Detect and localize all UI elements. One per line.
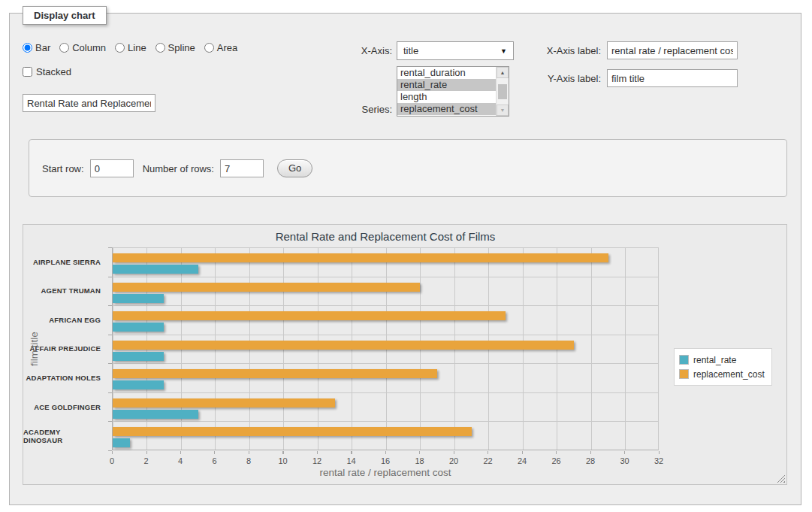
chart-title: Rental Rate and Replacement Cost of Film… [112,230,659,243]
series-listbox[interactable]: rental_durationrental_ratelengthreplacem… [397,66,509,117]
radio-line[interactable] [115,43,125,53]
radio-label-column: Column [72,42,106,53]
bar-rental_rate-0[interactable] [113,265,198,274]
num-rows-label: Number of rows: [143,163,214,174]
series-label: Series: [315,104,392,115]
radio-area[interactable] [204,43,214,53]
stacked-checkbox[interactable] [23,67,32,77]
start-row-label: Start row: [42,163,84,174]
radio-label-spline: Spline [168,42,195,53]
x-tick-label-0: 0 [98,456,125,465]
radio-label-area: Area [217,42,237,53]
bar-rental_rate-3[interactable] [113,352,164,361]
bar-rental_rate-1[interactable] [113,294,164,303]
bar-replacement_cost-5[interactable] [113,398,335,407]
bar-replacement_cost-2[interactable] [113,311,506,320]
x-tick-label-18: 18 [406,456,433,465]
bar-replacement_cost-6[interactable] [113,427,472,436]
scrollbar-up-icon[interactable]: ▲ [497,67,509,78]
go-button[interactable]: Go [277,159,312,177]
chart-type-option-area: Area [204,42,237,53]
x-tick-label-30: 30 [611,456,638,465]
legend-label-rental_rate: rental_rate [693,355,736,365]
x-tick-label-26: 26 [543,456,570,465]
x-tick-label-22: 22 [475,456,502,465]
bar-replacement_cost-3[interactable] [113,341,574,350]
category-label-1: AGENT TRUMAN [23,277,107,306]
radio-spline[interactable] [155,43,165,53]
series-options: rental_durationrental_ratelengthreplacem… [397,67,496,115]
x-axis-select[interactable]: title ▼ [397,41,514,60]
legend-box: rental_ratereplacement_cost [674,348,772,386]
series-scrollbar[interactable]: ▲ ▼ [496,67,509,116]
x-tick-label-24: 24 [509,456,536,465]
resize-handle-icon[interactable] [777,474,785,483]
rows-panel: Start row: Number of rows: Go [29,139,787,197]
x-axis-label-input[interactable] [607,41,738,59]
category-label-4: ADAPTATION HOLES [23,363,107,392]
category-label-5: ACE GOLDFINGER [23,392,107,422]
x-axis-ticks [112,451,660,454]
num-rows-input[interactable] [220,159,264,177]
chart-type-option-bar: Bar [23,42,50,53]
x-tick-label-16: 16 [372,456,399,465]
x-tick-label-12: 12 [303,456,331,465]
series-option-replacement_cost[interactable]: replacement_cost [397,103,496,115]
series-option-rental_duration[interactable]: rental_duration [397,67,496,79]
x-axis-title: rental rate / replacement cost [112,467,659,478]
chart-type-radiogroup: BarColumnLineSplineArea [23,42,246,53]
scrollbar-thumb[interactable] [498,84,507,99]
y-axis-title: film title [29,332,40,366]
x-axis-label-label: X-Axis label: [537,45,601,56]
x-tick-label-32: 32 [645,456,672,465]
bar-rental_rate-6[interactable] [113,438,130,447]
bar-rental_rate-4[interactable] [113,380,164,389]
category-label-0: AIRPLANE SIERRA [23,247,107,277]
rows-panel-inner: Start row: Number of rows: Go [42,159,312,177]
x-tick-label-4: 4 [167,456,194,465]
chart-container: Rental Rate and Replacement Cost of Film… [23,224,787,485]
stacked-row: Stacked [23,66,71,77]
panel-legend: Display chart [23,6,107,25]
x-tick-label-14: 14 [338,456,365,465]
x-tick-label-20: 20 [440,456,467,465]
x-axis-select-label: X-Axis: [315,45,392,56]
chart-type-option-spline: Spline [155,42,195,53]
legend-item-replacement_cost[interactable]: replacement_cost [679,367,765,381]
legend-label-replacement_cost: replacement_cost [693,369,765,380]
bar-replacement_cost-4[interactable] [113,369,437,378]
radio-bar[interactable] [23,43,32,53]
x-tick-label-8: 8 [235,456,262,465]
legend-swatch-replacement_cost [679,369,689,379]
category-label-6: ACADEMY DINOSAUR [23,421,107,450]
stacked-label: Stacked [36,66,71,77]
x-tick-label-2: 2 [133,456,160,465]
chart-type-option-line: Line [115,42,146,53]
bar-rental_rate-5[interactable] [113,410,198,419]
y-axis-label-input[interactable] [607,69,738,87]
scrollbar-down-icon[interactable]: ▼ [497,105,509,116]
chevron-down-icon: ▼ [500,47,507,55]
start-row-input[interactable] [90,159,134,177]
series-option-length[interactable]: length [397,91,496,103]
series-option-rental_rate[interactable]: rental_rate [397,79,496,91]
radio-label-line: Line [128,42,146,53]
x-tick-label-10: 10 [270,456,297,465]
legend-item-rental_rate[interactable]: rental_rate [679,353,765,367]
x-tick-label-28: 28 [577,456,604,465]
x-axis-select-value: title [403,45,500,56]
chart-title-input[interactable] [23,94,155,112]
plot-area [112,247,659,450]
legend-swatch-rental_rate [679,355,689,365]
x-tick-label-6: 6 [201,456,228,465]
radio-column[interactable] [59,43,69,53]
bar-rental_rate-2[interactable] [113,323,164,332]
category-label-2: AFRICAN EGG [23,305,107,335]
y-axis-label-label: Y-Axis label: [537,73,601,84]
bar-replacement_cost-1[interactable] [113,283,420,292]
bar-replacement_cost-0[interactable] [113,253,608,262]
radio-label-bar: Bar [35,42,50,53]
chart-type-option-column: Column [59,42,106,53]
app-root: Display chart BarColumnLineSplineArea St… [0,0,812,512]
